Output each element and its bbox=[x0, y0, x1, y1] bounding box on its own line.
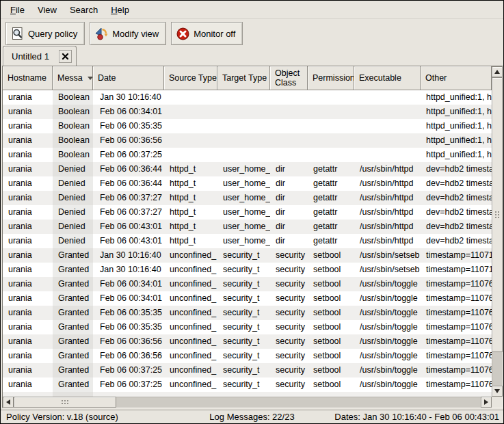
table-row[interactable]: urania Boolean Feb 06 00:34:01 httpd_uni… bbox=[3, 105, 492, 119]
cell-target-type: security_t bbox=[217, 277, 270, 291]
cell-target-type: user_home_ bbox=[217, 234, 270, 248]
cell-other: timestamp=11076 bbox=[421, 277, 492, 291]
cell-hostname: urania bbox=[3, 334, 53, 349]
horizontal-scrollbar-thumb[interactable] bbox=[14, 397, 116, 408]
cell-object-class: security bbox=[270, 334, 308, 349]
column-header-other[interactable]: Other bbox=[421, 66, 492, 90]
cell-message: Denied bbox=[53, 191, 93, 205]
cell-hostname: urania bbox=[3, 176, 53, 191]
cell-target-type: user_home_ bbox=[217, 191, 270, 205]
arrow-up-icon bbox=[494, 70, 500, 74]
table-row[interactable]: urania Granted Feb 06 00:37:25 unconfine… bbox=[3, 363, 492, 377]
table-row[interactable]: urania Denied Feb 06 00:43:01 httpd_t us… bbox=[3, 220, 492, 234]
table-row[interactable]: urania Granted Feb 06 00:36:56 unconfine… bbox=[3, 349, 492, 363]
cell-object-class: security bbox=[270, 377, 308, 392]
column-header-executable[interactable]: Executable bbox=[354, 66, 421, 90]
table-row[interactable]: urania Denied Feb 06 00:36:44 httpd_t us… bbox=[3, 162, 492, 176]
cell-permission bbox=[308, 148, 354, 162]
table-row[interactable]: urania Boolean Feb 06 00:35:35 httpd_uni… bbox=[3, 119, 492, 133]
scroll-down-button[interactable] bbox=[492, 386, 503, 397]
cell-source-type: unconfined_ bbox=[164, 377, 217, 392]
cell-date: Jan 30 10:16:40 bbox=[93, 90, 164, 105]
cell-permission: getattr bbox=[308, 234, 354, 248]
table-row[interactable]: urania Granted Feb 06 00:35:35 unconfine… bbox=[3, 306, 492, 320]
query-policy-button[interactable]: Query policy bbox=[5, 22, 85, 45]
table-row[interactable]: urania Boolean Feb 06 00:36:56 httpd_uni… bbox=[3, 133, 492, 148]
table-row[interactable]: urania Granted Feb 06 00:35:35 unconfine… bbox=[3, 320, 492, 334]
monitor-off-button[interactable]: Monitor off bbox=[171, 22, 243, 45]
cell-message: Granted bbox=[53, 306, 93, 320]
menu-view[interactable]: View bbox=[32, 2, 62, 18]
cell-source-type: httpd_t bbox=[164, 220, 217, 234]
cell-date: Feb 06 00:37:25 bbox=[93, 377, 164, 392]
cell-other: timestamp=11076 bbox=[421, 349, 492, 363]
cell-message: Granted bbox=[53, 334, 93, 349]
column-header-date[interactable]: Date bbox=[93, 66, 164, 90]
cell-other: timestamp=11071 bbox=[421, 248, 492, 263]
cell-date: Feb 06 00:34:01 bbox=[93, 291, 164, 306]
cell-source-type: httpd_t bbox=[164, 191, 217, 205]
cell-target-type: security_t bbox=[217, 377, 270, 392]
table-row[interactable]: urania Denied Feb 06 00:43:01 httpd_t us… bbox=[3, 234, 492, 248]
cell-message: Granted bbox=[53, 263, 93, 277]
table-row[interactable]: urania Granted Feb 06 00:36:56 unconfine… bbox=[3, 334, 492, 349]
scroll-right-button[interactable] bbox=[481, 397, 492, 408]
cell-source-type bbox=[164, 133, 217, 148]
cell-executable bbox=[354, 119, 421, 133]
column-header-object-class[interactable]: Object Class bbox=[270, 66, 308, 90]
cell-date: Jan 30 10:16:40 bbox=[93, 263, 164, 277]
cell-object-class: dir bbox=[270, 162, 308, 176]
scroll-left-button[interactable] bbox=[3, 397, 14, 408]
table-row[interactable]: urania Granted Feb 06 00:37:25 unconfine… bbox=[3, 377, 492, 392]
table-row[interactable]: urania Denied Feb 06 00:37:27 httpd_t us… bbox=[3, 191, 492, 205]
table-row[interactable]: urania Granted Feb 06 00:34:01 unconfine… bbox=[3, 291, 492, 306]
table-row[interactable]: urania Denied Feb 06 00:37:27 httpd_t us… bbox=[3, 205, 492, 220]
cell-object-class: security bbox=[270, 349, 308, 363]
cell-date: Feb 06 00:34:01 bbox=[93, 105, 164, 119]
cell-date: Feb 06 00:36:56 bbox=[93, 334, 164, 349]
table-row[interactable]: urania Denied Feb 06 00:36:44 httpd_t us… bbox=[3, 176, 492, 191]
cell-executable bbox=[354, 133, 421, 148]
cell-target-type bbox=[217, 133, 270, 148]
menu-help[interactable]: Help bbox=[105, 2, 135, 18]
table-row[interactable]: urania Granted Jan 30 10:16:40 unconfine… bbox=[3, 248, 492, 263]
table-row[interactable]: urania Boolean Feb 06 00:37:25 httpd_uni… bbox=[3, 148, 492, 162]
table-row-partial[interactable] bbox=[3, 392, 492, 397]
column-header-hostname[interactable]: Hostname bbox=[3, 66, 53, 90]
cell-message: Granted bbox=[53, 291, 93, 306]
cell-hostname: urania bbox=[3, 90, 53, 105]
vertical-scrollbar[interactable] bbox=[492, 66, 503, 397]
cell-hostname: urania bbox=[3, 320, 53, 334]
column-header-permission[interactable]: Permission bbox=[308, 66, 354, 90]
horizontal-scrollbar[interactable] bbox=[3, 397, 492, 408]
table-row[interactable]: urania Boolean Jan 30 10:16:40 httpd_uni… bbox=[3, 90, 492, 105]
cell-other: timestamp=11076 bbox=[421, 334, 492, 349]
cell-permission: getattr bbox=[308, 162, 354, 176]
cell-permission: setbool bbox=[308, 363, 354, 377]
cell-hostname: urania bbox=[3, 234, 53, 248]
cell-other: timestamp=11076 bbox=[421, 377, 492, 392]
cell-source-type: unconfined_ bbox=[164, 349, 217, 363]
cell-date: Feb 06 00:37:25 bbox=[93, 363, 164, 377]
cell-hostname: urania bbox=[3, 191, 53, 205]
modify-view-button[interactable]: Modify view bbox=[90, 22, 166, 45]
cell-message: Boolean bbox=[53, 90, 93, 105]
menu-file[interactable]: File bbox=[5, 2, 30, 18]
column-header-message[interactable]: Messa bbox=[53, 66, 93, 90]
table-row[interactable]: urania Granted Jan 30 10:16:40 unconfine… bbox=[3, 263, 492, 277]
tab-close-button[interactable] bbox=[59, 50, 72, 63]
column-header-source-type[interactable]: Source Type bbox=[164, 66, 217, 90]
column-header-label: Messa bbox=[57, 73, 83, 83]
column-header-target-type[interactable]: Target Type bbox=[217, 66, 270, 90]
cell-source-type: unconfined_ bbox=[164, 306, 217, 320]
scroll-up-button[interactable] bbox=[492, 66, 503, 77]
vertical-scrollbar-thumb[interactable] bbox=[492, 77, 503, 352]
tab-untitled-1[interactable]: Untitled 1 bbox=[3, 46, 77, 66]
cell-other: httpd_unified:1, h bbox=[421, 105, 492, 119]
cell-source-type: httpd_t bbox=[164, 162, 217, 176]
cell-hostname: urania bbox=[3, 306, 53, 320]
table-row[interactable]: urania Granted Feb 06 00:34:01 unconfine… bbox=[3, 277, 492, 291]
cell-hostname: urania bbox=[3, 277, 53, 291]
menu-search[interactable]: Search bbox=[64, 2, 103, 18]
scrollbar-corner bbox=[492, 397, 503, 408]
